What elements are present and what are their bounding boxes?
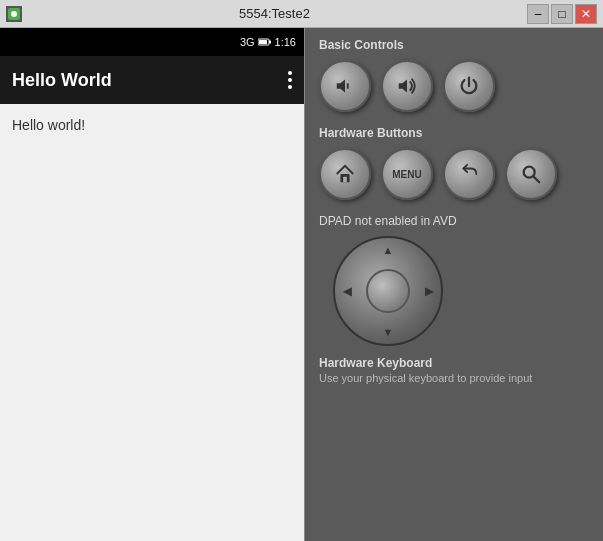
dpad-right-button[interactable]: ▶ xyxy=(419,281,439,301)
volume-up-button[interactable] xyxy=(381,60,433,112)
back-button[interactable] xyxy=(443,148,495,200)
hardware-buttons-label: Hardware Buttons xyxy=(319,126,589,140)
phone-status-bar: 3G 1:16 xyxy=(0,28,304,56)
search-icon xyxy=(520,163,542,185)
dpad-left-button[interactable]: ◀ xyxy=(337,281,357,301)
svg-marker-7 xyxy=(399,80,407,93)
power-button[interactable] xyxy=(443,60,495,112)
search-button[interactable] xyxy=(505,148,557,200)
dpad-up-button[interactable]: ▲ xyxy=(378,240,398,260)
svg-rect-4 xyxy=(259,40,267,44)
basic-controls-row xyxy=(319,60,589,112)
minimize-button[interactable]: – xyxy=(527,4,549,24)
status-icons: 3G 1:16 xyxy=(240,36,296,48)
basic-controls-label: Basic Controls xyxy=(319,38,589,52)
window-title: 5554:Teste2 xyxy=(22,6,527,21)
svg-marker-5 xyxy=(337,80,345,93)
keyboard-sublabel: Use your physical keyboard to provide in… xyxy=(319,372,589,384)
svg-point-1 xyxy=(11,11,17,17)
window-controls: – □ ✕ xyxy=(527,4,597,24)
hardware-buttons-row: MENU xyxy=(319,148,589,200)
power-icon xyxy=(458,75,480,97)
overflow-menu-button[interactable] xyxy=(288,71,292,89)
controls-panel: Basic Controls xyxy=(305,28,603,541)
svg-rect-3 xyxy=(269,41,271,44)
app-title: Hello World xyxy=(12,70,112,91)
phone-content: Hello world! xyxy=(0,104,304,541)
keyboard-section: Hardware Keyboard Use your physical keyb… xyxy=(319,356,589,384)
svg-line-11 xyxy=(534,177,540,183)
avd-icon xyxy=(6,6,22,22)
clock: 1:16 xyxy=(275,36,296,48)
close-button[interactable]: ✕ xyxy=(575,4,597,24)
menu-button[interactable]: MENU xyxy=(381,148,433,200)
battery-icon xyxy=(258,37,272,47)
dpad-center-button[interactable] xyxy=(366,269,410,313)
keyboard-label: Hardware Keyboard xyxy=(319,356,589,370)
svg-rect-9 xyxy=(343,177,347,183)
network-indicator: 3G xyxy=(240,36,255,48)
volume-down-icon xyxy=(334,75,356,97)
dpad-control: ▲ ▼ ◀ ▶ xyxy=(333,236,443,346)
volume-down-button[interactable] xyxy=(319,60,371,112)
hello-world-text: Hello world! xyxy=(12,117,85,133)
volume-up-icon xyxy=(396,75,418,97)
home-button[interactable] xyxy=(319,148,371,200)
dpad-section: DPAD not enabled in AVD ▲ ▼ ◀ ▶ xyxy=(319,214,589,346)
main-area: 3G 1:16 Hello World Hello world! xyxy=(0,28,603,541)
dpad-down-button[interactable]: ▼ xyxy=(378,322,398,342)
phone-screen: 3G 1:16 Hello World Hello world! xyxy=(0,28,305,541)
menu-button-label: MENU xyxy=(392,169,421,180)
maximize-button[interactable]: □ xyxy=(551,4,573,24)
phone-app-bar: Hello World xyxy=(0,56,304,104)
title-bar: 5554:Teste2 – □ ✕ xyxy=(0,0,603,28)
dpad-label: DPAD not enabled in AVD xyxy=(319,214,589,228)
back-icon xyxy=(458,163,480,185)
home-icon xyxy=(334,163,356,185)
